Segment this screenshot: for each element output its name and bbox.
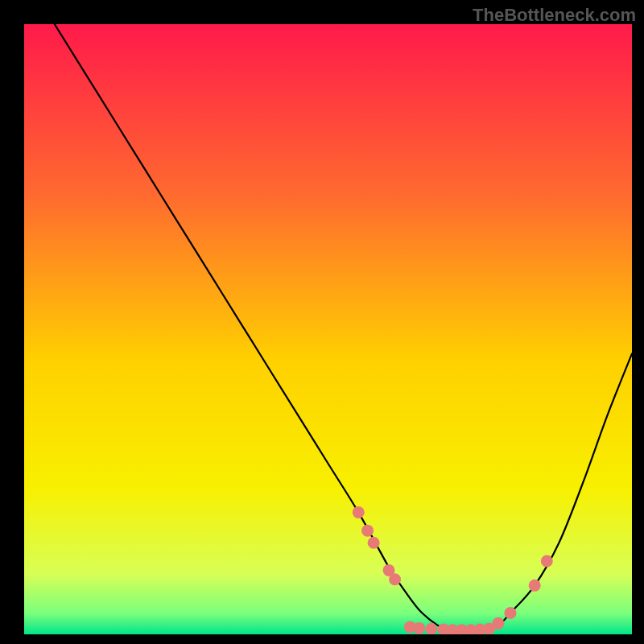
marker-point <box>425 623 437 635</box>
marker-point <box>541 555 553 568</box>
marker-point <box>413 622 425 634</box>
attribution-label: TheBottleneck.com <box>473 5 636 26</box>
bottleneck-chart <box>0 0 644 644</box>
marker-point <box>505 607 517 619</box>
marker-point <box>368 537 380 549</box>
marker-point <box>361 525 374 537</box>
gradient-background <box>24 24 632 634</box>
marker-point <box>353 506 365 518</box>
marker-point <box>529 580 541 592</box>
marker-point <box>389 573 401 585</box>
marker-point <box>492 617 504 630</box>
chart-container: TheBottleneck.com <box>0 0 644 644</box>
